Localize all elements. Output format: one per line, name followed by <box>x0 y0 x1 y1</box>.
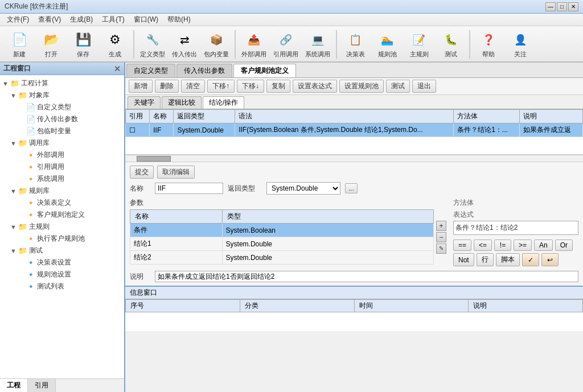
doc-icon-3: 📄 <box>26 127 35 135</box>
toolbar-definetype[interactable]: 🔧 定义类型 <box>138 28 167 60</box>
info-col-desc: 说明 <box>469 300 583 312</box>
param-row-0[interactable]: 条件 System.Boolean <box>130 224 434 237</box>
tree-item-customtype[interactable]: 📄 自定义类型 <box>2 101 122 113</box>
tree-item-obj[interactable]: ▼ 📁 对象库 <box>2 89 122 101</box>
toolbar-new[interactable]: 📄 新建 <box>5 28 34 60</box>
table-row[interactable]: ☐ IIF System.Double IIF(System.Boolean 条… <box>126 123 583 137</box>
horizontal-scrollbar[interactable] <box>125 155 583 162</box>
tree-item-decision[interactable]: 🔸 决策表定义 <box>2 197 122 209</box>
toolbar-syscall[interactable]: 💻 系统调用 <box>303 28 332 60</box>
op-and[interactable]: An <box>534 240 553 251</box>
returntype-btn[interactable]: ... <box>345 183 358 193</box>
param-add-btn[interactable]: + <box>436 221 446 231</box>
toolbar-rulepool[interactable]: 🏊 规则池 <box>372 28 402 60</box>
op-script[interactable]: 脚本 <box>496 253 520 266</box>
op-gte[interactable]: >= <box>514 240 532 251</box>
tree-toggle-mainrule[interactable]: ▼ <box>10 224 18 230</box>
action-copy[interactable]: 复制 <box>266 80 290 93</box>
tree-item-callLib[interactable]: ▼ 📁 调用库 <box>2 137 122 149</box>
sub-tab-logic[interactable]: 逻辑比较 <box>162 96 202 109</box>
action-add[interactable]: 新增 <box>129 80 153 93</box>
op-lte[interactable]: <= <box>474 240 492 251</box>
tree-toggle-callLib[interactable]: ▼ <box>10 140 18 147</box>
tree-toggle-ruleLib[interactable]: ▼ <box>10 188 18 195</box>
action-setrulepool[interactable]: 设置规则池 <box>339 80 384 93</box>
scroll-thumb[interactable] <box>137 156 171 162</box>
tree-toggle-obj[interactable]: ▼ <box>10 92 18 99</box>
op-eq[interactable]: == <box>453 240 471 251</box>
tree-item-clientrule[interactable]: 🔸 客户规则池定义 <box>2 209 122 221</box>
tree-item-tempvar[interactable]: 📄 包临时变量 <box>2 125 122 137</box>
tree-item-extcall[interactable]: 🔸 外部调用 <box>2 149 122 161</box>
action-setexpr[interactable]: 设置表达式 <box>293 80 337 93</box>
op-buttons: == <= != >= An Or Not 行 脚本 ✓ ↩ <box>453 240 578 266</box>
desc-row: 说明 <box>130 271 578 282</box>
menu-window[interactable]: 窗口(W) <box>129 14 163 26</box>
tree-item-execpool[interactable]: 🔸 执行客户规则池 <box>2 233 122 245</box>
submit-button[interactable]: 提交 <box>130 166 154 179</box>
toolbar-transfer[interactable]: ⇄ 传入传出 <box>170 28 199 60</box>
toolbar-decision[interactable]: 📋 决策表 <box>340 28 370 60</box>
tree-toggle-root[interactable]: ▼ <box>2 80 10 87</box>
menu-tools[interactable]: 工具(T) <box>97 14 129 26</box>
tree-item-test[interactable]: ▼ 📁 测试 <box>2 245 122 257</box>
tree-item-params[interactable]: 📄 传入传出参数 <box>2 113 122 125</box>
menu-file[interactable]: 文件(F) <box>2 14 34 26</box>
op-or[interactable]: Or <box>555 240 573 251</box>
param-row-2[interactable]: 结论2 System.Double <box>130 251 434 265</box>
action-moveup[interactable]: 下移↑ <box>207 80 235 93</box>
op-neq[interactable]: != <box>494 240 511 251</box>
menu-view[interactable]: 查看(V) <box>34 14 65 26</box>
toolbar-extcall[interactable]: 📤 外部调用 <box>239 28 269 60</box>
action-movedown[interactable]: 下移↓ <box>237 80 264 93</box>
tree-item-testlist[interactable]: 🔹 测试列表 <box>2 280 122 292</box>
toolbar-open[interactable]: 📂 打开 <box>36 28 66 60</box>
tree-toggle-test[interactable]: ▼ <box>10 247 18 254</box>
returntype-select[interactable]: System.Double <box>266 182 340 195</box>
tree-item-ruletest[interactable]: 🔹 规则池设置 <box>2 269 122 280</box>
close-button[interactable]: ✕ <box>568 2 578 11</box>
op-confirm[interactable]: ✓ <box>522 253 539 266</box>
cancel-edit-button[interactable]: 取消编辑 <box>157 166 195 179</box>
action-quit[interactable]: 退出 <box>412 80 436 93</box>
panel-close-button[interactable]: ✕ <box>114 64 121 73</box>
menu-generate[interactable]: 生成(B) <box>65 14 97 26</box>
op-row[interactable]: 行 <box>477 253 494 266</box>
param-remove-btn[interactable]: − <box>436 232 446 242</box>
sub-tab-result[interactable]: 结论/操作 <box>203 96 244 109</box>
action-delete[interactable]: 删除 <box>155 80 179 93</box>
tree-area[interactable]: ▼ 📁 工程计算 ▼ 📁 对象库 📄 自定义类型 📄 传入传出参数 <box>0 75 124 378</box>
tree-item-root[interactable]: ▼ 📁 工程计算 <box>2 77 122 89</box>
param-edit-btn[interactable]: ✎ <box>436 244 446 254</box>
param-row-1[interactable]: 结论1 System.Double <box>130 237 434 251</box>
cell-desc: 如果条件成立返 <box>520 123 583 137</box>
name-input[interactable] <box>155 183 223 194</box>
tab-params[interactable]: 传入传出参数 <box>176 64 232 77</box>
action-clear[interactable]: 清空 <box>181 80 205 93</box>
left-tab-ref[interactable]: 引用 <box>28 379 56 392</box>
tree-item-syscall[interactable]: 🔸 系统调用 <box>2 173 122 185</box>
op-not[interactable]: Not <box>453 253 474 266</box>
toolbar-build[interactable]: ⚙ 生成 <box>100 28 130 60</box>
maximize-button[interactable]: □ <box>557 2 567 11</box>
toolbar-save[interactable]: 💾 保存 <box>68 28 98 60</box>
tree-item-dectest[interactable]: 🔹 决策表设置 <box>2 257 122 269</box>
toolbar-pkgvar[interactable]: 📦 包内变量 <box>202 28 231 60</box>
tab-customtype[interactable]: 自定义类型 <box>126 64 175 77</box>
tab-clientrule[interactable]: 客户规则池定义 <box>233 64 296 77</box>
minimize-button[interactable]: — <box>545 2 556 11</box>
toolbar-mainrule[interactable]: 📝 主规则 <box>404 28 434 60</box>
tree-item-refcall[interactable]: 🔸 引用调用 <box>2 161 122 173</box>
toolbar-test[interactable]: 🐛 测试 <box>436 28 466 60</box>
op-back[interactable]: ↩ <box>541 253 559 266</box>
tree-item-mainrule[interactable]: ▼ 📁 主规则 <box>2 221 122 233</box>
action-test[interactable]: 测试 <box>386 80 410 93</box>
toolbar-follow[interactable]: 👤 关注 <box>506 28 535 60</box>
menu-help[interactable]: 帮助(H) <box>163 14 195 26</box>
sub-tab-keyword[interactable]: 关键字 <box>128 96 161 109</box>
toolbar-help[interactable]: ❓ 帮助 <box>474 28 503 60</box>
left-tab-project[interactable]: 工程 <box>0 379 28 392</box>
toolbar-refcall[interactable]: 🔗 引用调用 <box>271 28 301 60</box>
tree-item-ruleLib[interactable]: ▼ 📁 规则库 <box>2 185 122 197</box>
desc-input[interactable] <box>155 271 578 282</box>
